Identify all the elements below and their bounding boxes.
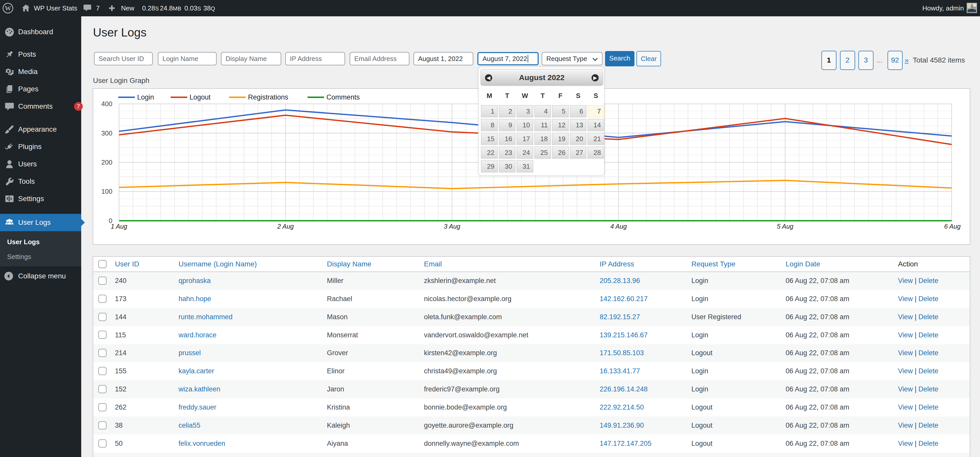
svg-text:300: 300	[102, 129, 112, 137]
svg-text:3 Aug: 3 Aug	[444, 223, 460, 230]
svg-text:5 Aug: 5 Aug	[777, 223, 794, 230]
svg-text:200: 200	[102, 159, 112, 166]
svg-text:Comments: Comments	[326, 94, 360, 101]
svg-text:6 Aug: 6 Aug	[944, 223, 961, 230]
svg-text:1 Aug: 1 Aug	[111, 223, 127, 230]
svg-text:400: 400	[102, 100, 112, 108]
svg-text:Registrations: Registrations	[248, 94, 288, 101]
svg-text:100: 100	[102, 187, 112, 195]
svg-text:Logout: Logout	[189, 94, 211, 101]
svg-text:4 Aug: 4 Aug	[611, 223, 627, 230]
svg-text:2 Aug: 2 Aug	[277, 223, 294, 230]
svg-text:Login: Login	[137, 94, 154, 101]
svg-text:W: W	[5, 5, 11, 12]
